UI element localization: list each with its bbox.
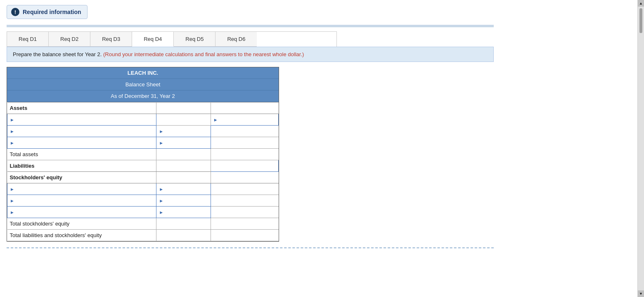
required-info-banner: ! Required information [7, 5, 88, 19]
asset-label-1[interactable]: ► [7, 114, 156, 126]
total-se-value [211, 218, 278, 230]
asset-label-3[interactable]: ► [7, 137, 156, 149]
se-label-2[interactable]: ► [7, 195, 156, 207]
total-assets-mid [156, 149, 211, 160]
tab-req-d3[interactable]: Req D3 [90, 32, 132, 47]
se-mid-2[interactable]: ► [156, 195, 211, 207]
arrow-icon-3: ► [10, 140, 14, 145]
balance-sheet-container: LEACH INC. Balance Sheet As of December … [7, 67, 279, 242]
asset-label-2[interactable]: ► [7, 126, 156, 137]
tab-req-d2[interactable]: Req D2 [49, 32, 90, 47]
instruction-black-text: Prepare the balance sheet for Year 2. [13, 51, 102, 57]
liabilities-label: Liabilities [7, 160, 156, 172]
scrollbar-thumb[interactable] [639, 8, 642, 33]
bottom-border [7, 247, 494, 248]
se-label-1[interactable]: ► [7, 183, 156, 195]
asset-mid-2[interactable]: ► [156, 126, 211, 137]
total-liab-equity-mid [156, 230, 211, 241]
bs-title: Balance Sheet [7, 79, 279, 90]
liabilities-section-row: Liabilities [7, 160, 279, 172]
assets-right-header [211, 102, 278, 114]
se-mid-1[interactable]: ► [156, 183, 211, 195]
se-arrow-3: ► [10, 210, 14, 215]
tabs-container: Req D1 Req D2 Req D3 Req D4 Req D5 Req D… [7, 31, 337, 47]
balance-sheet-table: Assets ► ► ► ► [7, 102, 279, 241]
se-arrow-m2: ► [159, 198, 163, 203]
stockholders-section-row: Stockholders' equity [7, 172, 279, 183]
scrollbar-down-button[interactable]: ▼ [638, 290, 644, 297]
arrow-icon-m3: ► [159, 140, 163, 145]
total-liab-equity-value [211, 230, 278, 241]
tab-req-d5[interactable]: Req D5 [174, 32, 215, 47]
assets-section-row: Assets [7, 102, 279, 114]
assets-mid-header [156, 102, 211, 114]
liabilities-value[interactable] [211, 160, 278, 172]
asset-row-1: ► ► [7, 114, 279, 126]
arrow-icon-v1: ► [213, 117, 218, 122]
se-arrow-2: ► [10, 198, 14, 203]
scrollbar-up-button[interactable]: ▲ [638, 0, 644, 7]
total-liab-equity-label: Total liabilities and stockholders' equi… [7, 230, 156, 241]
bs-company-name: LEACH INC. [7, 67, 279, 79]
liabilities-mid [156, 160, 211, 172]
se-arrow-m3: ► [159, 210, 163, 215]
arrow-icon-m2: ► [159, 129, 163, 134]
asset-row-2: ► ► [7, 126, 279, 137]
asset-row-3: ► ► [7, 137, 279, 149]
total-assets-label: Total assets [7, 149, 156, 160]
stockholders-label: Stockholders' equity [7, 172, 156, 183]
scrollbar[interactable]: ▲ ▼ [637, 0, 644, 297]
tab-req-d1[interactable]: Req D1 [7, 32, 49, 47]
stockholders-mid [156, 172, 211, 183]
se-value-1 [211, 183, 278, 195]
arrow-icon-1: ► [10, 117, 14, 122]
total-assets-row: Total assets [7, 149, 279, 160]
se-label-3[interactable]: ► [7, 207, 156, 218]
arrow-icon-2: ► [10, 129, 14, 134]
se-mid-3[interactable]: ► [156, 207, 211, 218]
se-value-3 [211, 207, 278, 218]
assets-label: Assets [7, 102, 156, 114]
total-se-row: Total stockholders' equity [7, 218, 279, 230]
asset-mid-3[interactable]: ► [156, 137, 211, 149]
se-value-2 [211, 195, 278, 207]
instruction-box: Prepare the balance sheet for Year 2. (R… [7, 47, 494, 62]
se-row-3: ► ► [7, 207, 279, 218]
se-row-1: ► ► [7, 183, 279, 195]
tab-req-d6[interactable]: Req D6 [215, 32, 257, 47]
asset-value-3 [211, 137, 278, 149]
total-se-label: Total stockholders' equity [7, 218, 156, 230]
top-divider [7, 25, 494, 27]
asset-value-1[interactable]: ► [211, 114, 278, 126]
required-info-text: Required information [23, 9, 81, 15]
se-row-2: ► ► [7, 195, 279, 207]
stockholders-right [211, 172, 278, 183]
instruction-red-text: (Round your intermediate calculations an… [102, 51, 304, 57]
total-assets-value [211, 149, 278, 160]
bs-date: As of December 31, Year 2 [7, 90, 279, 102]
se-arrow-1: ► [10, 187, 14, 192]
se-arrow-m1: ► [159, 187, 163, 192]
total-liabilities-equity-row: Total liabilities and stockholders' equi… [7, 230, 279, 241]
asset-value-2 [211, 126, 278, 137]
total-se-mid [156, 218, 211, 230]
info-icon: ! [11, 8, 19, 16]
tab-req-d4[interactable]: Req D4 [132, 32, 174, 47]
asset-mid-1 [156, 114, 211, 126]
